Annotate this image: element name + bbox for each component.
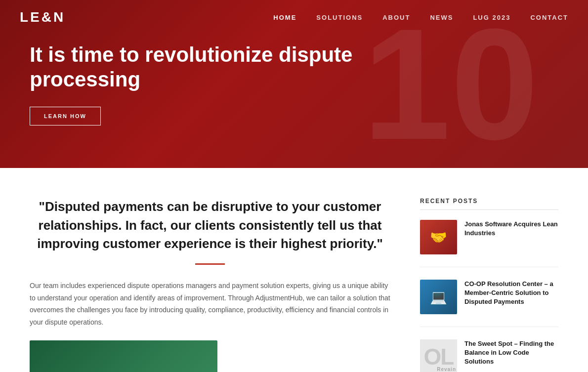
nav-item-lug2023[interactable]: LUG 2023 [473, 13, 510, 22]
video-thumbnail[interactable]: ··· We are Lean Industries! [30, 340, 217, 372]
main-content: "Disputed payments can be disruptive to … [0, 168, 588, 372]
post-info-3: The Sweet Spot – Finding the Balance in … [464, 339, 558, 372]
post-title-2[interactable]: CO-OP Resolution Center – a Member-Centr… [464, 280, 558, 307]
watermark-revain-text: Revain [437, 367, 456, 372]
nav-item-home[interactable]: HOME [273, 13, 296, 22]
post-item-1: Jonas Software Acquires Lean Industries [420, 220, 558, 267]
nav-item-about[interactable]: ABOUT [382, 13, 410, 22]
navigation: LE&N HOME SOLUTIONS ABOUT NEWS LUG 2023 … [0, 0, 588, 35]
post-thumbnail-2 [420, 280, 457, 314]
quote-block: "Disputed payments can be disruptive to … [30, 198, 390, 265]
logo[interactable]: LE&N [20, 9, 65, 25]
body-paragraph: Our team includes experienced dispute op… [30, 280, 390, 328]
post-thumbnail-1 [420, 220, 457, 254]
sidebar: RECENT POSTS Jonas Software Acquires Lea… [420, 198, 558, 372]
nav-item-solutions[interactable]: SOLUTIONS [316, 13, 363, 22]
post-item-3: OL Revain The Sweet Spot – Finding the B… [420, 339, 558, 372]
nav-item-news[interactable]: NEWS [430, 13, 453, 22]
nav-links: HOME SOLUTIONS ABOUT NEWS LUG 2023 CONTA… [273, 13, 568, 22]
hero-content: It is time to revolutionize dispute proc… [0, 42, 405, 126]
learn-how-button[interactable]: LEARN HOW [30, 107, 101, 125]
sidebar-recent-posts-title: RECENT POSTS [420, 198, 558, 210]
content-left: "Disputed payments can be disruptive to … [30, 198, 420, 372]
video-inner [30, 340, 217, 372]
post-info-2: CO-OP Resolution Center – a Member-Centr… [464, 280, 558, 314]
post-info-1: Jonas Software Acquires Lean Industries [464, 220, 558, 254]
post-title-1[interactable]: Jonas Software Acquires Lean Industries [464, 220, 558, 238]
post-item-2: CO-OP Resolution Center – a Member-Centr… [420, 280, 558, 327]
watermark-large-text: OL [424, 343, 454, 370]
post-title-3[interactable]: The Sweet Spot – Finding the Balance in … [464, 339, 558, 367]
post-thumbnail-3: OL Revain [420, 339, 457, 372]
quote-text: "Disputed payments can be disruptive to … [30, 198, 390, 253]
quote-divider [195, 263, 225, 265]
nav-item-contact[interactable]: CONTACT [530, 13, 568, 22]
hero-title: It is time to revolutionize dispute proc… [30, 42, 376, 92]
